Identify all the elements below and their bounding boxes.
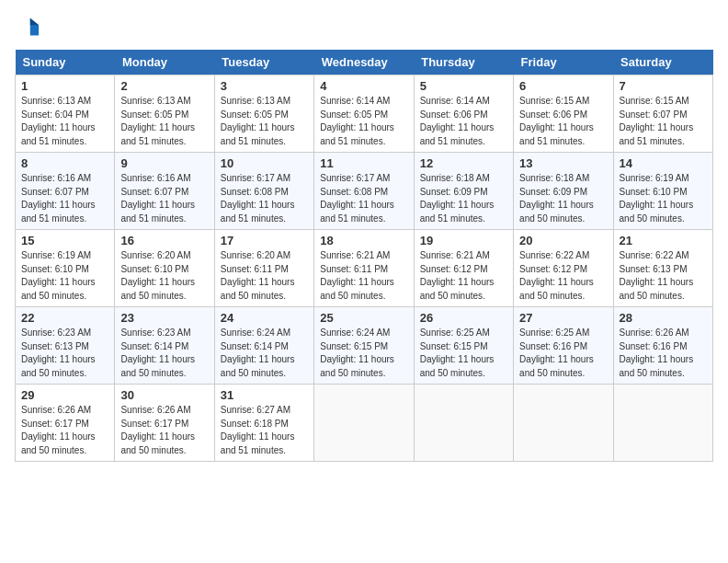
calendar-cell: 8Sunrise: 6:16 AM Sunset: 6:07 PM Daylig… (16, 153, 115, 230)
col-header-wednesday: Wednesday (314, 50, 414, 75)
day-info: Sunrise: 6:16 AM Sunset: 6:07 PM Dayligh… (120, 172, 208, 225)
calendar-cell: 9Sunrise: 6:16 AM Sunset: 6:07 PM Daylig… (115, 153, 214, 230)
day-number: 17 (221, 234, 308, 247)
calendar-cell: 12Sunrise: 6:18 AM Sunset: 6:09 PM Dayli… (414, 153, 513, 230)
day-number: 23 (120, 311, 208, 325)
calendar-cell (613, 385, 712, 462)
day-number: 7 (620, 79, 707, 93)
calendar-cell: 24Sunrise: 6:24 AM Sunset: 6:14 PM Dayli… (214, 307, 313, 385)
day-number: 29 (21, 388, 108, 402)
day-info: Sunrise: 6:21 AM Sunset: 6:11 PM Dayligh… (320, 249, 407, 303)
day-info: Sunrise: 6:17 AM Sunset: 6:08 PM Dayligh… (221, 172, 308, 225)
day-info: Sunrise: 6:22 AM Sunset: 6:13 PM Dayligh… (620, 249, 707, 303)
calendar-cell: 23Sunrise: 6:23 AM Sunset: 6:14 PM Dayli… (115, 307, 214, 385)
day-number: 8 (21, 156, 108, 170)
day-number: 1 (21, 79, 108, 93)
calendar-cell: 31Sunrise: 6:27 AM Sunset: 6:18 PM Dayli… (214, 385, 313, 462)
col-header-sunday: Sunday (16, 50, 115, 75)
col-header-monday: Monday (115, 50, 214, 75)
day-number: 5 (420, 79, 507, 93)
day-info: Sunrise: 6:24 AM Sunset: 6:15 PM Dayligh… (320, 327, 407, 380)
day-info: Sunrise: 6:20 AM Sunset: 6:10 PM Dayligh… (120, 249, 208, 303)
day-info: Sunrise: 6:13 AM Sunset: 6:05 PM Dayligh… (221, 95, 308, 148)
day-info: Sunrise: 6:19 AM Sunset: 6:10 PM Dayligh… (620, 172, 707, 225)
calendar-cell (514, 385, 613, 462)
calendar-cell: 17Sunrise: 6:20 AM Sunset: 6:11 PM Dayli… (214, 230, 313, 307)
week-row-3: 15Sunrise: 6:19 AM Sunset: 6:10 PM Dayli… (16, 230, 713, 307)
col-header-friday: Friday (514, 50, 613, 75)
week-row-4: 22Sunrise: 6:23 AM Sunset: 6:13 PM Dayli… (16, 307, 713, 385)
day-number: 15 (21, 234, 108, 247)
col-header-thursday: Thursday (414, 50, 513, 75)
week-row-5: 29Sunrise: 6:26 AM Sunset: 6:17 PM Dayli… (16, 385, 713, 462)
col-header-saturday: Saturday (613, 50, 712, 75)
calendar-cell: 5Sunrise: 6:14 AM Sunset: 6:06 PM Daylig… (414, 75, 513, 153)
day-info: Sunrise: 6:19 AM Sunset: 6:10 PM Dayligh… (21, 249, 108, 303)
calendar-cell: 10Sunrise: 6:17 AM Sunset: 6:08 PM Dayli… (214, 153, 313, 230)
logo-icon (15, 15, 40, 40)
calendar-cell: 16Sunrise: 6:20 AM Sunset: 6:10 PM Dayli… (115, 230, 214, 307)
header-row: SundayMondayTuesdayWednesdayThursdayFrid… (16, 50, 713, 75)
day-number: 31 (221, 388, 308, 402)
day-info: Sunrise: 6:14 AM Sunset: 6:05 PM Dayligh… (320, 95, 407, 148)
day-info: Sunrise: 6:20 AM Sunset: 6:11 PM Dayligh… (221, 249, 308, 303)
calendar-cell: 28Sunrise: 6:26 AM Sunset: 6:16 PM Dayli… (613, 307, 712, 385)
day-number: 30 (120, 388, 208, 402)
calendar-cell: 29Sunrise: 6:26 AM Sunset: 6:17 PM Dayli… (16, 385, 115, 462)
day-number: 2 (120, 79, 208, 93)
day-info: Sunrise: 6:18 AM Sunset: 6:09 PM Dayligh… (519, 172, 607, 225)
day-info: Sunrise: 6:14 AM Sunset: 6:06 PM Dayligh… (420, 95, 507, 148)
day-number: 3 (221, 79, 308, 93)
calendar-cell: 13Sunrise: 6:18 AM Sunset: 6:09 PM Dayli… (514, 153, 613, 230)
day-info: Sunrise: 6:15 AM Sunset: 6:06 PM Dayligh… (519, 95, 607, 148)
calendar-cell: 2Sunrise: 6:13 AM Sunset: 6:05 PM Daylig… (115, 75, 214, 153)
day-info: Sunrise: 6:26 AM Sunset: 6:17 PM Dayligh… (120, 404, 208, 457)
day-number: 12 (420, 156, 507, 170)
day-number: 11 (320, 156, 407, 170)
calendar-cell: 19Sunrise: 6:21 AM Sunset: 6:12 PM Dayli… (414, 230, 513, 307)
day-number: 4 (320, 79, 407, 93)
calendar-cell: 21Sunrise: 6:22 AM Sunset: 6:13 PM Dayli… (613, 230, 712, 307)
day-number: 10 (221, 156, 308, 170)
calendar-cell: 11Sunrise: 6:17 AM Sunset: 6:08 PM Dayli… (314, 153, 414, 230)
calendar-cell: 14Sunrise: 6:19 AM Sunset: 6:10 PM Dayli… (613, 153, 712, 230)
calendar-cell: 3Sunrise: 6:13 AM Sunset: 6:05 PM Daylig… (214, 75, 313, 153)
header (15, 15, 713, 40)
calendar-cell: 25Sunrise: 6:24 AM Sunset: 6:15 PM Dayli… (314, 307, 414, 385)
day-number: 20 (519, 234, 607, 247)
day-number: 14 (620, 156, 707, 170)
day-info: Sunrise: 6:15 AM Sunset: 6:07 PM Dayligh… (620, 95, 707, 148)
day-number: 28 (620, 311, 707, 325)
day-info: Sunrise: 6:26 AM Sunset: 6:17 PM Dayligh… (21, 404, 108, 457)
calendar-cell: 30Sunrise: 6:26 AM Sunset: 6:17 PM Dayli… (115, 385, 214, 462)
day-number: 18 (320, 234, 407, 247)
day-info: Sunrise: 6:24 AM Sunset: 6:14 PM Dayligh… (221, 327, 308, 380)
day-number: 16 (120, 234, 208, 247)
calendar-cell: 1Sunrise: 6:13 AM Sunset: 6:04 PM Daylig… (16, 75, 115, 153)
day-info: Sunrise: 6:13 AM Sunset: 6:04 PM Dayligh… (21, 95, 108, 148)
calendar-table: SundayMondayTuesdayWednesdayThursdayFrid… (15, 50, 713, 462)
week-row-2: 8Sunrise: 6:16 AM Sunset: 6:07 PM Daylig… (16, 153, 713, 230)
day-number: 26 (420, 311, 507, 325)
day-info: Sunrise: 6:17 AM Sunset: 6:08 PM Dayligh… (320, 172, 407, 225)
calendar-cell: 18Sunrise: 6:21 AM Sunset: 6:11 PM Dayli… (314, 230, 414, 307)
day-info: Sunrise: 6:26 AM Sunset: 6:16 PM Dayligh… (620, 327, 707, 380)
day-info: Sunrise: 6:25 AM Sunset: 6:16 PM Dayligh… (519, 327, 607, 380)
day-info: Sunrise: 6:23 AM Sunset: 6:13 PM Dayligh… (21, 327, 108, 380)
calendar-cell: 4Sunrise: 6:14 AM Sunset: 6:05 PM Daylig… (314, 75, 414, 153)
day-number: 21 (620, 234, 707, 247)
logo (15, 15, 44, 40)
calendar-cell: 7Sunrise: 6:15 AM Sunset: 6:07 PM Daylig… (613, 75, 712, 153)
svg-marker-2 (30, 18, 39, 25)
day-number: 27 (519, 311, 607, 325)
day-number: 22 (21, 311, 108, 325)
day-info: Sunrise: 6:22 AM Sunset: 6:12 PM Dayligh… (519, 249, 607, 303)
calendar-cell: 26Sunrise: 6:25 AM Sunset: 6:15 PM Dayli… (414, 307, 513, 385)
day-info: Sunrise: 6:23 AM Sunset: 6:14 PM Dayligh… (120, 327, 208, 380)
calendar-cell: 15Sunrise: 6:19 AM Sunset: 6:10 PM Dayli… (16, 230, 115, 307)
day-info: Sunrise: 6:21 AM Sunset: 6:12 PM Dayligh… (420, 249, 507, 303)
week-row-1: 1Sunrise: 6:13 AM Sunset: 6:04 PM Daylig… (16, 75, 713, 153)
calendar-cell (414, 385, 513, 462)
day-info: Sunrise: 6:16 AM Sunset: 6:07 PM Dayligh… (21, 172, 108, 225)
day-number: 6 (519, 79, 607, 93)
